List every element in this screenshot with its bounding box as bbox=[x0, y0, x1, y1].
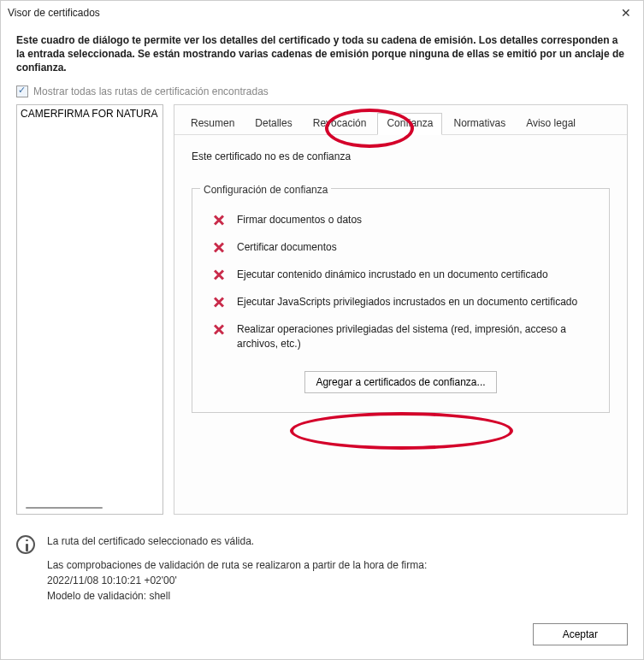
trust-status-text: Este certificado no es de confianza bbox=[192, 150, 610, 162]
trust-row-sign: Firmar documentos o datos bbox=[213, 213, 588, 227]
info-icon bbox=[16, 535, 35, 554]
show-all-paths-row: Mostrar todas las rutas de certificación… bbox=[16, 85, 628, 97]
add-to-trusted-button[interactable]: Agregar a certificados de confianza... bbox=[304, 371, 496, 393]
close-icon[interactable]: ✕ bbox=[616, 4, 636, 21]
tab-detalles[interactable]: Detalles bbox=[245, 113, 301, 135]
show-all-paths-checkbox[interactable] bbox=[16, 85, 28, 97]
validation-info-text: La ruta del certificado seleccionado es … bbox=[47, 533, 427, 604]
trust-row-label: Ejecutar JavaScripts privilegiados incru… bbox=[237, 295, 577, 309]
x-icon bbox=[213, 268, 225, 280]
trust-row-label: Certificar documentos bbox=[237, 240, 337, 254]
dialog-content: Este cuadro de diálogo te permite ver lo… bbox=[1, 25, 643, 523]
main-columns: CAMERFIRMA FOR NATURA Resumen Detalles R… bbox=[16, 104, 628, 515]
horizontal-scrollbar[interactable] bbox=[26, 507, 103, 509]
cert-detail-panel: Resumen Detalles Revocación Confianza No… bbox=[174, 104, 628, 515]
trust-row-label: Ejecutar contenido dinámico incrustado e… bbox=[237, 268, 548, 281]
trust-settings-box: Firmar documentos o datos Certificar doc… bbox=[192, 188, 610, 413]
x-icon bbox=[213, 296, 225, 308]
trust-row-dynamic: Ejecutar contenido dinámico incrustado e… bbox=[213, 268, 588, 281]
ok-button[interactable]: Aceptar bbox=[533, 623, 628, 645]
validation-line-time: 2022/11/08 10:10:21 +02'00' bbox=[47, 573, 427, 588]
validation-line-valid: La ruta del certificado seleccionado es … bbox=[47, 533, 427, 549]
trust-row-system: Realizar operaciones privilegiadas del s… bbox=[213, 322, 588, 350]
titlebar: Visor de certificados ✕ bbox=[1, 1, 643, 25]
validation-line-checks: Las comprobaciones de validación de ruta… bbox=[47, 557, 427, 573]
cert-chain-list[interactable]: CAMERFIRMA FOR NATURA bbox=[16, 104, 163, 515]
x-icon bbox=[213, 214, 225, 226]
trust-tab-body: Este certificado no es de confianza Conf… bbox=[174, 135, 627, 428]
x-icon bbox=[213, 323, 225, 335]
x-icon bbox=[213, 241, 225, 253]
trust-row-javascript: Ejecutar JavaScripts privilegiados incru… bbox=[213, 295, 588, 309]
list-item[interactable]: CAMERFIRMA FOR NATURA bbox=[17, 105, 162, 122]
tab-revocacion[interactable]: Revocación bbox=[304, 113, 376, 135]
footer-buttons: Aceptar bbox=[533, 623, 628, 645]
validation-info-row: La ruta del certificado seleccionado es … bbox=[1, 523, 643, 605]
trust-fieldset-label: Configuración de confianza bbox=[200, 184, 331, 196]
tabstrip: Resumen Detalles Revocación Confianza No… bbox=[174, 105, 627, 135]
trust-row-certify: Certificar documentos bbox=[213, 240, 588, 254]
tab-confianza[interactable]: Confianza bbox=[377, 113, 442, 135]
tab-normativas[interactable]: Normativas bbox=[444, 113, 515, 135]
show-all-paths-label: Mostrar todas las rutas de certificación… bbox=[33, 85, 269, 97]
trust-row-label: Realizar operaciones privilegiadas del s… bbox=[237, 322, 588, 350]
tab-resumen[interactable]: Resumen bbox=[181, 113, 244, 135]
list-item[interactable] bbox=[17, 122, 162, 139]
intro-text: Este cuadro de diálogo te permite ver lo… bbox=[16, 33, 628, 75]
trust-row-label: Firmar documentos o datos bbox=[237, 213, 362, 227]
validation-line-model: Modelo de validación: shell bbox=[47, 588, 427, 604]
tab-aviso-legal[interactable]: Aviso legal bbox=[517, 113, 585, 135]
window-title: Visor de certificados bbox=[8, 7, 100, 19]
